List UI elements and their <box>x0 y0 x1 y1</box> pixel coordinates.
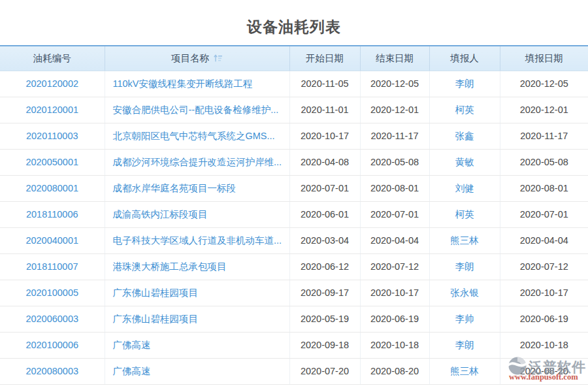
report-date-cell: 2020-07-12 <box>500 253 588 280</box>
reporter-link[interactable]: 张鑫 <box>429 123 500 149</box>
table-row: 2020040001 电子科技大学区域人行道及非机动车道... 2020-03-… <box>0 227 588 253</box>
page-title: 设备油耗列表 <box>0 0 588 45</box>
end-date-cell: 2020-11-17 <box>360 123 429 149</box>
fuel-consumption-table: 油耗编号 项目名称 开始日期 结束日期 填报人 填报日 <box>0 45 588 385</box>
reporter-link[interactable]: 黄敏 <box>429 149 500 175</box>
project-name-link[interactable]: 110kV安徽线程集变开断线路工程 <box>105 71 289 97</box>
col-header-reporter-label: 填报人 <box>450 52 479 65</box>
report-date-cell: 2020-11-17 <box>500 123 588 149</box>
start-date-cell: 2020-06-01 <box>289 201 360 227</box>
start-date-cell: 2020-06-12 <box>289 253 360 280</box>
reporter-link[interactable]: 柯英 <box>429 97 500 123</box>
report-date-cell: 2020-05-08 <box>500 149 588 175</box>
table-row: 2020120002 110kV安徽线程集变开断线路工程 2020-11-05 … <box>0 71 588 97</box>
table-row: 2020100006 广佛高速 2020-09-18 2020-10-18 李朗… <box>0 332 588 358</box>
report-date-cell: 2020-12-01 <box>500 97 588 123</box>
col-header-project-name[interactable]: 项目名称 <box>105 46 289 71</box>
project-name-link[interactable]: 电子科技大学区域人行道及非机动车道... <box>105 227 289 253</box>
start-date-cell: 2020-07-01 <box>289 175 360 201</box>
fuel-id-link[interactable]: 2020120002 <box>0 71 105 97</box>
col-header-report-date: 填报日期 <box>500 46 588 71</box>
col-header-end-date-label: 结束日期 <box>376 52 414 65</box>
reporter-link[interactable]: 刘健 <box>429 175 500 201</box>
start-date-cell: 2020-03-04 <box>289 227 360 253</box>
table-row: 2020080003 广佛高速 2020-07-20 2020-08-20 熊三… <box>0 358 588 384</box>
start-date-cell: 2020-04-08 <box>289 149 360 175</box>
col-header-project-name-label: 项目名称 <box>171 52 209 65</box>
end-date-cell: 2020-12-01 <box>360 97 429 123</box>
report-date-cell: 2020-06-19 <box>500 306 588 332</box>
end-date-cell: 2020-08-20 <box>360 358 429 384</box>
reporter-link[interactable]: 李帅 <box>429 306 500 332</box>
end-date-cell: 2020-07-12 <box>360 253 429 280</box>
col-header-report-date-label: 填报日期 <box>525 52 563 65</box>
table-header: 油耗编号 项目名称 开始日期 结束日期 填报人 填报日 <box>0 46 588 71</box>
fuel-id-link[interactable]: 2020100005 <box>0 280 105 306</box>
start-date-cell: 2020-11-05 <box>289 71 360 97</box>
start-date-cell: 2020-11-01 <box>289 97 360 123</box>
report-date-cell: 2020-10-18 <box>500 332 588 358</box>
end-date-cell: 2020-12-05 <box>360 71 429 97</box>
start-date-cell: 2020-05-19 <box>289 306 360 332</box>
fuel-id-link[interactable]: 2020050001 <box>0 149 105 175</box>
report-date-cell: 2020-07-01 <box>500 201 588 227</box>
end-date-cell: 2020-10-17 <box>360 280 429 306</box>
project-name-link[interactable]: 安徽合肥供电公司--配电设备检修维护... <box>105 97 289 123</box>
start-date-cell: 2020-07-20 <box>289 358 360 384</box>
reporter-link[interactable]: 李朗 <box>429 71 500 97</box>
end-date-cell: 2020-07-01 <box>360 201 429 227</box>
end-date-cell: 2020-05-08 <box>360 149 429 175</box>
start-date-cell: 2020-09-17 <box>289 280 360 306</box>
reporter-link[interactable]: 张永银 <box>429 280 500 306</box>
end-date-cell: 2020-10-18 <box>360 332 429 358</box>
report-date-cell: 2020-08-20 <box>500 358 588 384</box>
reporter-link[interactable]: 熊三林 <box>429 358 500 384</box>
start-date-cell: 2020-10-17 <box>289 123 360 149</box>
col-header-end-date: 结束日期 <box>360 46 429 71</box>
project-name-link[interactable]: 广佛高速 <box>105 332 289 358</box>
fuel-id-link[interactable]: 2020110003 <box>0 123 105 149</box>
project-name-link[interactable]: 广东佛山碧桂园项目 <box>105 306 289 332</box>
end-date-cell: 2020-06-19 <box>360 306 429 332</box>
end-date-cell: 2020-08-01 <box>360 175 429 201</box>
project-name-link[interactable]: 广佛高速 <box>105 358 289 384</box>
col-header-start-date-label: 开始日期 <box>306 52 344 65</box>
table-row: 2018110007 港珠澳大桥施工总承包项目 2020-06-12 2020-… <box>0 253 588 280</box>
fuel-id-link[interactable]: 2020100006 <box>0 332 105 358</box>
col-header-start-date: 开始日期 <box>289 46 360 71</box>
table-row: 2020080001 成都水岸华庭名苑项目一标段 2020-07-01 2020… <box>0 175 588 201</box>
table-body: 2020120002 110kV安徽线程集变开断线路工程 2020-11-05 … <box>0 71 588 384</box>
reporter-link[interactable]: 李朗 <box>429 253 500 280</box>
project-name-link[interactable]: 广东佛山碧桂园项目 <box>105 280 289 306</box>
project-name-link[interactable]: 港珠澳大桥施工总承包项目 <box>105 253 289 280</box>
sort-ascending-icon[interactable] <box>213 54 223 65</box>
fuel-id-link[interactable]: 2020120001 <box>0 97 105 123</box>
table-row: 2020110003 北京朝阳区电气中芯特气系统之GMS... 2020-10-… <box>0 123 588 149</box>
project-name-link[interactable]: 成都沙河环境综合提升改造运河护岸维... <box>105 149 289 175</box>
col-header-reporter: 填报人 <box>429 46 500 71</box>
fuel-id-link[interactable]: 2018110006 <box>0 201 105 227</box>
table-row: 2020100005 广东佛山碧桂园项目 2020-09-17 2020-10-… <box>0 280 588 306</box>
fuel-id-link[interactable]: 2020080001 <box>0 175 105 201</box>
project-name-link[interactable]: 成都水岸华庭名苑项目一标段 <box>105 175 289 201</box>
col-header-fuel-id: 油耗编号 <box>0 46 105 71</box>
project-name-link[interactable]: 北京朝阳区电气中芯特气系统之GMS... <box>105 123 289 149</box>
start-date-cell: 2020-09-18 <box>289 332 360 358</box>
reporter-link[interactable]: 柯英 <box>429 201 500 227</box>
table-row: 2020050001 成都沙河环境综合提升改造运河护岸维... 2020-04-… <box>0 149 588 175</box>
fuel-id-link[interactable]: 2020040001 <box>0 227 105 253</box>
reporter-link[interactable]: 熊三林 <box>429 227 500 253</box>
fuel-id-link[interactable]: 2020060003 <box>0 306 105 332</box>
report-date-cell: 2020-10-17 <box>500 280 588 306</box>
reporter-link[interactable]: 李朗 <box>429 332 500 358</box>
report-date-cell: 2020-12-05 <box>500 71 588 97</box>
project-name-link[interactable]: 成渝高铁内江标段项目 <box>105 201 289 227</box>
fuel-id-link[interactable]: 2020080003 <box>0 358 105 384</box>
table-row: 2018110006 成渝高铁内江标段项目 2020-06-01 2020-07… <box>0 201 588 227</box>
report-date-cell: 2020-08-01 <box>500 175 588 201</box>
report-date-cell: 2020-04-04 <box>500 227 588 253</box>
fuel-id-link[interactable]: 2018110007 <box>0 253 105 280</box>
end-date-cell: 2020-04-04 <box>360 227 429 253</box>
col-header-fuel-id-label: 油耗编号 <box>33 52 71 65</box>
table-row: 2020060003 广东佛山碧桂园项目 2020-05-19 2020-06-… <box>0 306 588 332</box>
